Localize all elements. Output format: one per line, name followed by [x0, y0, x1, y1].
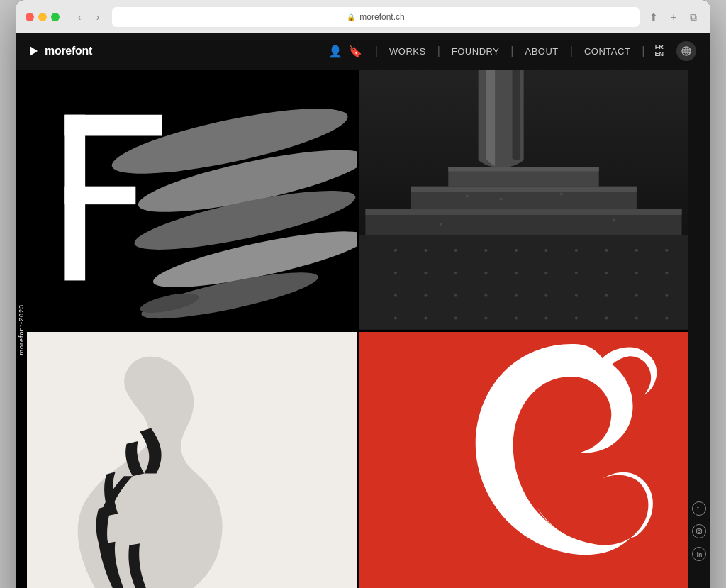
svg-point-41 [484, 294, 487, 297]
svg-point-33 [544, 272, 547, 274]
svg-text:f: f [697, 505, 699, 512]
facebook-icon[interactable]: f [692, 501, 706, 516]
new-tab-button[interactable]: + [666, 10, 681, 24]
logo-arrow-icon [30, 46, 38, 56]
instagram-icon[interactable] [692, 524, 706, 538]
cell-3-artwork [27, 332, 357, 589]
browser-controls: ‹ › [72, 10, 105, 24]
svg-point-44 [575, 294, 578, 297]
user-icon[interactable]: 👤 [328, 45, 342, 58]
minimize-button[interactable] [38, 13, 47, 21]
svg-point-31 [484, 272, 487, 274]
svg-point-49 [424, 316, 427, 319]
website: morefont 👤 🔖 | WORKS | FOUNDRY | ABOUT |… [16, 33, 710, 588]
lock-icon: 🔒 [347, 13, 355, 21]
share-button[interactable]: ⬆ [647, 10, 661, 24]
grid-cell-3[interactable] [27, 330, 357, 589]
nav-works[interactable]: WORKS [382, 43, 433, 60]
globe-icon[interactable] [676, 41, 696, 61]
svg-point-39 [424, 294, 427, 297]
svg-point-62 [440, 223, 442, 226]
forward-button[interactable]: › [91, 10, 105, 24]
svg-point-51 [484, 316, 487, 319]
back-button[interactable]: ‹ [72, 10, 86, 24]
sidebar-right: f in [688, 70, 710, 588]
svg-point-19 [424, 249, 427, 252]
grid-cell-2[interactable] [357, 70, 688, 330]
svg-point-57 [665, 316, 668, 319]
bookmark-icon[interactable]: 🔖 [348, 45, 362, 58]
svg-point-40 [454, 294, 457, 297]
svg-point-37 [665, 272, 668, 274]
svg-point-20 [454, 249, 457, 252]
nav-separator-5: | [642, 45, 644, 57]
navigation: morefont 👤 🔖 | WORKS | FOUNDRY | ABOUT |… [16, 33, 710, 70]
svg-point-58 [466, 194, 469, 197]
maximize-button[interactable] [51, 13, 60, 21]
sidebar-left: morefont-2023 [16, 70, 27, 588]
language-switcher[interactable]: FR EN [654, 44, 664, 58]
main-grid [27, 70, 688, 588]
nav-about[interactable]: ABOUT [518, 43, 566, 60]
browser-actions: ⬆ + ⧉ [647, 10, 700, 24]
svg-point-22 [515, 249, 518, 252]
svg-point-18 [394, 249, 397, 252]
svg-point-32 [515, 272, 518, 274]
svg-point-42 [515, 294, 518, 297]
grid-cell-1[interactable] [27, 70, 357, 330]
grid-cell-4[interactable] [357, 330, 688, 589]
address-bar[interactable]: 🔒 morefont.ch [112, 7, 640, 27]
svg-point-35 [605, 272, 608, 274]
svg-point-48 [394, 316, 397, 319]
logo-text: morefont [45, 45, 92, 57]
copyright-text: morefont-2023 [18, 304, 25, 355]
svg-text:in: in [697, 551, 703, 558]
browser-window: ‹ › 🔒 morefont.ch ⬆ + ⧉ morefont 👤 🔖 [16, 0, 710, 588]
svg-point-47 [665, 294, 668, 297]
svg-point-26 [635, 249, 638, 252]
site-logo[interactable]: morefont [30, 45, 92, 57]
cell-2-artwork [359, 70, 688, 330]
svg-point-52 [515, 316, 518, 319]
svg-point-3 [698, 530, 700, 533]
lang-en: EN [654, 51, 664, 58]
svg-point-38 [394, 294, 397, 297]
svg-point-61 [613, 218, 615, 221]
svg-point-55 [605, 316, 608, 319]
browser-chrome: ‹ › 🔒 morefont.ch ⬆ + ⧉ [16, 0, 710, 33]
svg-point-27 [665, 249, 668, 252]
nav-right: 👤 🔖 | WORKS | FOUNDRY | ABOUT | CONTACT … [328, 41, 696, 61]
nav-foundry[interactable]: FOUNDRY [445, 43, 507, 60]
linkedin-icon[interactable]: in [692, 547, 706, 561]
close-button[interactable] [26, 13, 34, 21]
svg-point-46 [635, 294, 638, 297]
tabs-button[interactable]: ⧉ [686, 10, 700, 24]
nav-separator-4: | [570, 45, 573, 57]
svg-point-25 [605, 249, 608, 252]
nav-separator-1: | [375, 45, 378, 57]
svg-point-36 [635, 272, 638, 274]
traffic-lights [26, 13, 60, 21]
svg-point-54 [575, 316, 578, 319]
svg-point-53 [544, 316, 547, 319]
svg-point-29 [424, 272, 427, 274]
svg-point-43 [544, 294, 547, 297]
svg-point-23 [544, 249, 547, 252]
svg-point-60 [559, 192, 562, 195]
svg-rect-9 [64, 187, 135, 204]
nav-icons: 👤 🔖 [328, 45, 362, 58]
svg-point-56 [635, 316, 638, 319]
url-text: morefont.ch [359, 12, 404, 22]
svg-point-50 [454, 316, 457, 319]
svg-point-59 [500, 198, 503, 201]
svg-point-34 [575, 272, 578, 274]
cell-4-artwork [359, 332, 688, 589]
svg-point-45 [605, 294, 608, 297]
nav-separator-3: | [510, 45, 513, 57]
nav-contact[interactable]: CONTACT [577, 43, 637, 60]
svg-point-24 [575, 249, 578, 252]
svg-point-21 [484, 249, 487, 252]
svg-rect-8 [64, 115, 162, 136]
svg-point-4 [700, 529, 701, 530]
svg-point-28 [394, 272, 397, 274]
